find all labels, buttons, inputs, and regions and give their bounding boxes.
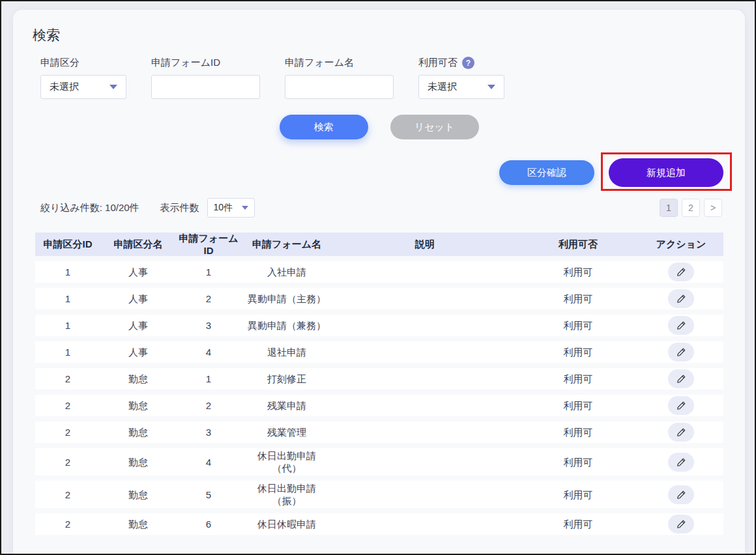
cell-actions bbox=[639, 448, 723, 481]
edit-button[interactable] bbox=[668, 453, 694, 472]
page-size-select[interactable]: 10件 bbox=[207, 198, 255, 218]
cell-form-id: 4 bbox=[176, 341, 241, 368]
chevron-down-icon bbox=[487, 85, 495, 89]
table-body: 1 人事 1 入社申請 利用可 1 人事 2 異動申請（主務） 利用可 bbox=[35, 261, 723, 540]
edit-button[interactable] bbox=[668, 485, 694, 504]
form-id-input[interactable] bbox=[151, 75, 260, 99]
chevron-down-icon bbox=[109, 85, 117, 89]
edit-button[interactable] bbox=[668, 515, 694, 534]
chevron-down-icon bbox=[242, 206, 248, 210]
cell-category-id: 2 bbox=[35, 481, 100, 513]
cell-category-name: 人事 bbox=[100, 315, 176, 341]
cell-form-id: 6 bbox=[176, 513, 241, 540]
cell-category-id: 2 bbox=[35, 421, 100, 448]
table-row: 1 人事 1 入社申請 利用可 bbox=[35, 261, 723, 288]
add-new-button[interactable]: 新規追加 bbox=[609, 158, 723, 187]
availability-select-value: 未選択 bbox=[428, 81, 457, 93]
pencil-icon bbox=[676, 267, 686, 277]
search-fields: 申請区分 未選択 申請フォームID 申請フォーム名 bbox=[40, 57, 504, 99]
page: 検索 申請区分 未選択 申請フォームID 申請フォーム名 bbox=[1, 1, 755, 554]
cell-description bbox=[332, 341, 517, 368]
cell-actions bbox=[639, 341, 723, 368]
header-actions: アクション bbox=[639, 233, 723, 261]
header-form-name: 申請フォーム名 bbox=[241, 233, 332, 261]
edit-button[interactable] bbox=[668, 396, 694, 415]
cell-form-name: 入社申請 bbox=[241, 261, 332, 288]
cell-description bbox=[332, 288, 517, 315]
action-button-row: 区分確認 新規追加 bbox=[499, 158, 723, 187]
table-row: 1 人事 2 異動申請（主務） 利用可 bbox=[35, 288, 723, 315]
reset-button[interactable]: リセット bbox=[390, 115, 479, 139]
field-label-availability: 利用可否 ? bbox=[418, 57, 504, 69]
table-row: 2 勤怠 5 休日出勤申請 （振） 利用可 bbox=[35, 481, 723, 513]
header-form-id: 申請フォームID bbox=[176, 233, 241, 261]
field-category: 申請区分 未選択 bbox=[40, 57, 126, 99]
category-check-button[interactable]: 区分確認 bbox=[499, 160, 594, 185]
edit-button[interactable] bbox=[668, 369, 694, 388]
field-label-form-id-text: 申請フォームID bbox=[151, 57, 220, 69]
cell-availability: 利用可 bbox=[517, 421, 639, 448]
cell-form-name: 異動申請（主務） bbox=[241, 288, 332, 315]
field-label-form-name-text: 申請フォーム名 bbox=[285, 57, 354, 69]
edit-button[interactable] bbox=[668, 263, 694, 281]
pencil-icon bbox=[676, 519, 686, 529]
cell-category-name: 人事 bbox=[100, 261, 176, 288]
cell-availability: 利用可 bbox=[517, 395, 639, 421]
cell-form-name: 打刻修正 bbox=[241, 368, 332, 395]
cell-description bbox=[332, 448, 517, 481]
cell-description bbox=[332, 368, 517, 395]
page-size-label: 表示件数 bbox=[160, 202, 199, 214]
cell-category-id: 1 bbox=[35, 341, 100, 368]
results-table: 申請区分ID 申請区分名 申請フォームID 申請フォーム名 説明 利用可否 アク… bbox=[35, 233, 723, 540]
page-title: 検索 bbox=[33, 26, 60, 44]
results-table-wrap: 申請区分ID 申請区分名 申請フォームID 申請フォーム名 説明 利用可否 アク… bbox=[35, 233, 723, 540]
edit-button[interactable] bbox=[668, 316, 694, 335]
pagination-page-1[interactable]: 1 bbox=[660, 199, 678, 217]
field-label-availability-text: 利用可否 bbox=[418, 57, 458, 69]
table-header-row: 申請区分ID 申請区分名 申請フォームID 申請フォーム名 説明 利用可否 アク… bbox=[35, 233, 723, 261]
category-select-value: 未選択 bbox=[50, 81, 79, 93]
pencil-icon bbox=[676, 490, 686, 500]
search-button-row: 検索 リセット bbox=[13, 115, 745, 139]
cell-form-name: 休日出勤申請 （代） bbox=[241, 448, 332, 481]
field-label-category: 申請区分 bbox=[40, 57, 126, 69]
header-description: 説明 bbox=[332, 233, 517, 261]
cell-form-id: 1 bbox=[176, 368, 241, 395]
cell-description bbox=[332, 261, 517, 288]
cell-category-name: 勤怠 bbox=[100, 421, 176, 448]
cell-availability: 利用可 bbox=[517, 341, 639, 368]
cell-form-name: 休日出勤申請 （振） bbox=[241, 481, 332, 513]
cell-form-id: 2 bbox=[176, 288, 241, 315]
cell-actions bbox=[639, 368, 723, 395]
pencil-icon bbox=[676, 374, 686, 384]
pencil-icon bbox=[676, 294, 686, 304]
cell-form-id: 2 bbox=[176, 395, 241, 421]
pencil-icon bbox=[676, 347, 686, 357]
edit-button[interactable] bbox=[668, 343, 694, 362]
pagination: 12> bbox=[660, 199, 722, 217]
edit-button[interactable] bbox=[668, 289, 694, 308]
cell-form-name: 残業管理 bbox=[241, 421, 332, 448]
edit-button[interactable] bbox=[668, 423, 694, 442]
cell-description bbox=[332, 481, 517, 513]
form-name-input[interactable] bbox=[285, 75, 394, 99]
category-select[interactable]: 未選択 bbox=[40, 75, 126, 99]
table-row: 1 人事 4 退社申請 利用可 bbox=[35, 341, 723, 368]
cell-actions bbox=[639, 315, 723, 341]
availability-select[interactable]: 未選択 bbox=[418, 75, 504, 99]
field-availability: 利用可否 ? 未選択 bbox=[418, 57, 504, 99]
pencil-icon bbox=[676, 401, 686, 410]
pagination-page-2[interactable]: 2 bbox=[682, 199, 700, 217]
table-row: 2 勤怠 6 休日休暇申請 利用可 bbox=[35, 513, 723, 540]
cell-description bbox=[332, 421, 517, 448]
help-icon[interactable]: ? bbox=[462, 57, 474, 69]
cell-category-id: 1 bbox=[35, 315, 100, 341]
pencil-icon bbox=[676, 320, 686, 330]
pagination-next-button[interactable]: > bbox=[704, 199, 722, 217]
cell-form-id: 5 bbox=[176, 481, 241, 513]
filtered-count: 絞り込み件数: 10/20件 bbox=[40, 202, 139, 214]
cell-form-id: 3 bbox=[176, 421, 241, 448]
cell-actions bbox=[639, 513, 723, 540]
field-form-id: 申請フォームID bbox=[151, 57, 260, 99]
search-button[interactable]: 検索 bbox=[280, 115, 368, 139]
